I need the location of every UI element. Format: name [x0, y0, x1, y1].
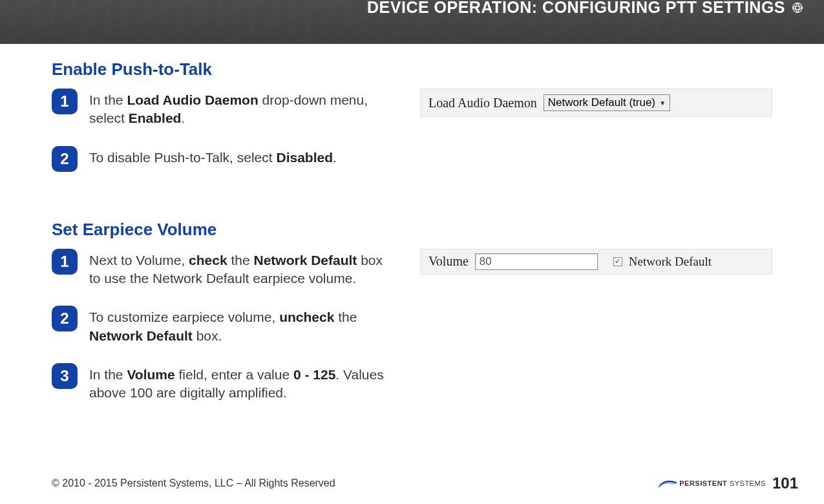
section1-row: 1 In the Load Audio Daemon drop-down men… [52, 89, 772, 190]
txt: the [227, 253, 254, 268]
txt-bold: Network De­fault [254, 253, 357, 268]
section2-row: 1 Next to Volume, check the Network De­f… [52, 249, 772, 421]
section1-title: Enable Push-to-Talk [52, 59, 772, 79]
page-footer: © 2010 - 2015 Persistent Systems, LLC – … [0, 474, 824, 492]
section2-left: 1 Next to Volume, check the Network De­f… [52, 249, 394, 421]
select-value: Network Default (true) [548, 96, 655, 109]
volume-row: Volume 80 ✓ Network Default [420, 249, 772, 275]
txt-bold: Enabled [129, 110, 182, 125]
txt: field, enter a value [175, 367, 293, 382]
step-badge: 1 [52, 249, 78, 275]
txt-bold: Network Default [89, 328, 193, 343]
footer-right: PERSISTENT SYSTEMS 101 [659, 474, 798, 492]
section1-left: 1 In the Load Audio Daemon drop-down men… [52, 89, 394, 190]
network-default-label: Network Default [629, 255, 712, 269]
section1-snippet: Load Audio Daemon Network Default (true) [420, 89, 772, 117]
txt-bold: Disabled [276, 150, 333, 165]
page-header: DEVICE OPERATION: CONFIGURING PTT SETTIN… [0, 0, 824, 44]
header-title: DEVICE OPERATION: CONFIGURING PTT SETTIN… [367, 0, 805, 17]
step-text: To customize earpiece volume, uncheck th… [89, 306, 394, 345]
txt-bold: check [189, 253, 227, 268]
txt: To disable Push-to-Talk, select [89, 150, 276, 165]
step-badge: 2 [52, 306, 78, 331]
txt: the [334, 310, 357, 324]
step-badge: 1 [52, 89, 78, 114]
header-title-text: DEVICE OPERATION: CONFIGURING PTT SETTIN… [367, 0, 785, 17]
txt-bold: Load Audio Daemon [127, 92, 258, 107]
step-badge: 2 [52, 146, 78, 172]
section2-title: Set Earpiece Volume [52, 220, 772, 240]
page-number: 101 [772, 474, 798, 492]
txt-bold: uncheck [279, 310, 334, 324]
network-default-checkbox[interactable]: ✓ [613, 257, 622, 266]
logo-rest: SYSTEMS [727, 479, 766, 487]
swoosh-icon [659, 478, 677, 489]
step-text: In the Volume field, enter a value 0 - 1… [89, 363, 394, 403]
section1-step2: 2 To disable Push-to-Talk, select Disabl… [52, 146, 394, 172]
copyright-text: © 2010 - 2015 Persistent Systems, LLC – … [52, 478, 335, 489]
logo-text: PERSISTENT SYSTEMS [679, 479, 766, 487]
svg-point-0 [793, 3, 803, 12]
txt-bold: Volume [127, 367, 174, 382]
step-text: Next to Volume, check the Network De­fau… [89, 249, 394, 288]
step-badge: 3 [52, 363, 78, 389]
section1-step1: 1 In the Load Audio Daemon drop-down men… [52, 89, 394, 128]
load-audio-daemon-label: Load Audio Daemon [428, 96, 537, 110]
persistent-systems-logo: PERSISTENT SYSTEMS [659, 478, 766, 489]
content-area: Enable Push-to-Talk 1 In the Load Audio … [0, 44, 824, 421]
load-audio-daemon-row: Load Audio Daemon Network Default (true) [420, 89, 772, 117]
txt: To customize earpiece volume, [89, 310, 279, 324]
step-text: In the Load Audio Daemon drop-down menu,… [89, 89, 394, 128]
txt: In the [89, 367, 127, 382]
volume-label: Volume [428, 254, 469, 269]
txt: . [181, 110, 185, 125]
txt: Next to Volume, [89, 253, 189, 268]
section2-snippet: Volume 80 ✓ Network Default [420, 249, 772, 275]
section2-step1: 1 Next to Volume, check the Network De­f… [52, 249, 394, 288]
txt: . [333, 150, 337, 165]
section2-step3: 3 In the Volume field, enter a value 0 -… [52, 363, 394, 403]
logo-bold: PERSISTENT [679, 479, 727, 487]
step-text: To disable Push-to-Talk, select Disabled… [89, 146, 337, 172]
txt: box. [193, 328, 222, 343]
load-audio-daemon-select[interactable]: Network Default (true) [544, 94, 670, 111]
txt-bold: 0 - 125 [293, 367, 335, 382]
section2-step2: 2 To customize earpiece volume, uncheck … [52, 306, 394, 345]
volume-input[interactable]: 80 [475, 253, 598, 270]
txt: In the [89, 92, 127, 107]
swirl-icon [790, 1, 805, 15]
